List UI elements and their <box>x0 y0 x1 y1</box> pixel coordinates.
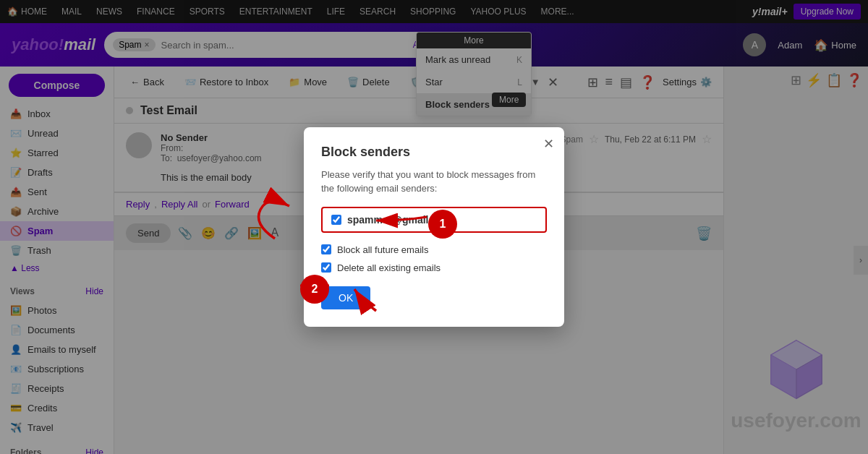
modal-close-button[interactable]: ✕ <box>543 136 554 152</box>
modal-title: Block senders <box>321 145 547 160</box>
block-future-emails-checkbox[interactable] <box>321 244 331 254</box>
modal-description: Please verify that you want to block mes… <box>321 168 547 194</box>
email-checkbox[interactable] <box>331 215 341 225</box>
delete-existing-emails-checkbox[interactable] <box>321 262 331 273</box>
delete-existing-label: Delete all existing emails <box>337 262 441 273</box>
block-future-emails-row: Block all future emails <box>321 244 547 255</box>
delete-existing-emails-row: Delete all existing emails <box>321 262 547 273</box>
annotation-circle-2: 2 <box>300 275 329 304</box>
block-future-label: Block all future emails <box>337 244 428 255</box>
annotation-circle-1: 1 <box>428 210 457 239</box>
